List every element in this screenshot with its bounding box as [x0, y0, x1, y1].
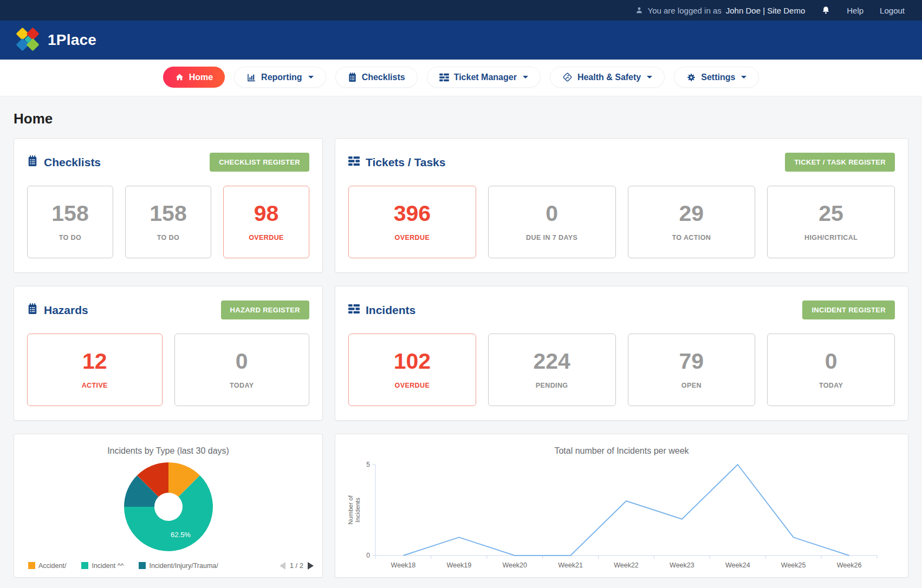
brand-name: 1Place: [48, 31, 96, 49]
bar-chart-icon: [246, 73, 256, 82]
legend-swatch: [81, 562, 88, 569]
stat-value: 12: [82, 350, 107, 373]
nav-ticket-manager[interactable]: Ticket Manager: [427, 67, 541, 88]
donut-chart-title: Incidents by Type (last 30 days): [26, 446, 310, 456]
nav-settings[interactable]: Settings: [674, 67, 759, 88]
legend-item[interactable]: Accident/: [28, 562, 66, 570]
clipboard-icon: [27, 303, 38, 317]
stat-tile[interactable]: 0 TODAY: [767, 334, 895, 406]
notifications-bell-icon[interactable]: [821, 5, 830, 15]
nav-home[interactable]: Home: [163, 67, 225, 88]
nav-label: Ticket Manager: [454, 73, 517, 82]
legend-page-indicator: 1 / 2: [290, 561, 303, 570]
stat-value: 224: [533, 350, 570, 373]
nav-checklists[interactable]: Checklists: [335, 67, 418, 88]
hazards-card-title: Hazards: [27, 303, 88, 317]
svg-text:Week23: Week23: [670, 561, 694, 569]
svg-text:Week21: Week21: [558, 561, 583, 569]
stat-tile[interactable]: 158 TO DO: [27, 186, 113, 258]
line-chart-svg: Week18Week19Week20Week21Week22Week23Week…: [347, 459, 893, 572]
stat-label: DUE IN 7 DAYS: [526, 234, 577, 241]
stat-value: 0: [546, 202, 558, 225]
topbar: You are logged in as John Doe | Site Dem…: [0, 0, 922, 21]
svg-text:Number ofIncidents: Number ofIncidents: [347, 495, 361, 524]
legend-pager: 1 / 2: [280, 561, 314, 570]
stat-label: OPEN: [681, 382, 702, 389]
svg-text:Week24: Week24: [725, 561, 750, 569]
ticket-task-register-button[interactable]: TICKET / TASK REGISTER: [785, 153, 895, 172]
main-nav: Home Reporting Checklists Ticket Manager…: [0, 60, 922, 96]
checklists-card: Checklists CHECKLIST REGISTER 158 TO DO …: [14, 138, 323, 273]
stat-tile[interactable]: 98 OVERDUE: [223, 186, 309, 258]
stat-tile[interactable]: 12 ACTIVE: [27, 334, 163, 406]
legend-next-icon[interactable]: [308, 562, 314, 570]
page-title: Home: [14, 110, 908, 127]
legend-item[interactable]: Incident/Injury/Trauma/: [139, 562, 218, 570]
stat-tile[interactable]: 25 HIGH/CRITICAL: [767, 186, 895, 258]
svg-text:Week20: Week20: [502, 561, 527, 569]
logout-link[interactable]: Logout: [880, 6, 905, 15]
stat-label: ACTIVE: [82, 382, 108, 389]
legend-label: Incident/Injury/Trauma/: [149, 562, 218, 570]
chevron-down-icon: [308, 76, 314, 79]
legend-prev-icon[interactable]: [280, 562, 285, 570]
hazards-card: Hazards HAZARD REGISTER 12 ACTIVE 0 TODA…: [14, 286, 323, 421]
stat-tile[interactable]: 0 DUE IN 7 DAYS: [488, 186, 616, 258]
hazard-register-button[interactable]: HAZARD REGISTER: [221, 300, 309, 319]
incidents-card: Incidents INCIDENT REGISTER 102 OVERDUE …: [335, 286, 908, 421]
stat-label: HIGH/CRITICAL: [804, 234, 858, 241]
stat-label: OVERDUE: [395, 382, 430, 389]
help-link[interactable]: Help: [847, 6, 863, 15]
home-icon: [175, 73, 184, 82]
stat-value: 158: [150, 202, 186, 225]
stat-tile[interactable]: 29 TO ACTION: [628, 186, 756, 258]
nav-reporting[interactable]: Reporting: [234, 67, 326, 88]
stat-tile[interactable]: 79 OPEN: [628, 334, 756, 406]
incident-register-button[interactable]: INCIDENT REGISTER: [802, 300, 895, 319]
nav-label: Home: [189, 73, 213, 82]
user-icon: [635, 6, 644, 15]
legend-label: Accident/: [38, 562, 66, 570]
legend-item[interactable]: Incident ^^: [81, 562, 124, 570]
legend-swatch: [139, 562, 146, 569]
stat-value: 396: [394, 202, 431, 225]
svg-text:5: 5: [366, 461, 370, 468]
checklist-register-button[interactable]: CHECKLIST REGISTER: [210, 153, 309, 172]
svg-text:Week26: Week26: [837, 561, 862, 569]
stat-tile[interactable]: 102 OVERDUE: [348, 334, 476, 406]
legend-label: Incident ^^: [92, 562, 124, 570]
stat-label: TO ACTION: [672, 234, 711, 241]
stat-label: PENDING: [536, 382, 568, 389]
stat-label: TODAY: [819, 382, 843, 389]
stat-value: 25: [819, 202, 843, 225]
logged-in-prefix: You are logged in as: [648, 6, 722, 15]
ticket-list-icon: [348, 156, 360, 169]
stat-label: OVERDUE: [249, 234, 284, 241]
stat-tile[interactable]: 0 TODAY: [174, 334, 310, 406]
main-content: Home Checklists CHECKLIST REGISTER 158 T…: [0, 110, 922, 588]
ticket-list-icon: [348, 304, 360, 317]
svg-text:0: 0: [366, 552, 370, 559]
tickets-card: Tickets / Tasks TICKET / TASK REGISTER 3…: [335, 138, 908, 273]
incidents-card-title: Incidents: [348, 304, 415, 317]
stat-tile[interactable]: 224 PENDING: [488, 334, 616, 406]
stat-value: 0: [825, 350, 837, 373]
stat-tile[interactable]: 396 OVERDUE: [348, 186, 476, 258]
stat-value: 158: [51, 202, 88, 225]
gear-icon: [686, 73, 696, 82]
svg-text:Week18: Week18: [391, 561, 416, 569]
svg-text:Week22: Week22: [614, 561, 639, 569]
checklists-card-title: Checklists: [27, 155, 101, 169]
brand-header: 1Place: [0, 21, 922, 60]
incidents-by-type-chart-card: Incidents by Type (last 30 days) 62.5% A…: [14, 434, 323, 578]
tickets-card-title: Tickets / Tasks: [348, 156, 445, 169]
stat-value: 0: [236, 350, 248, 373]
stat-tile[interactable]: 158 TO DO: [125, 186, 211, 258]
nav-label: Health & Safety: [577, 73, 641, 82]
stat-label: TO DO: [157, 234, 179, 241]
safety-diamond-icon: [562, 72, 573, 82]
clipboard-icon: [348, 72, 357, 82]
nav-health-safety[interactable]: Health & Safety: [550, 67, 665, 88]
legend-swatch: [28, 562, 35, 569]
brand-logo[interactable]: 1Place: [15, 28, 96, 53]
